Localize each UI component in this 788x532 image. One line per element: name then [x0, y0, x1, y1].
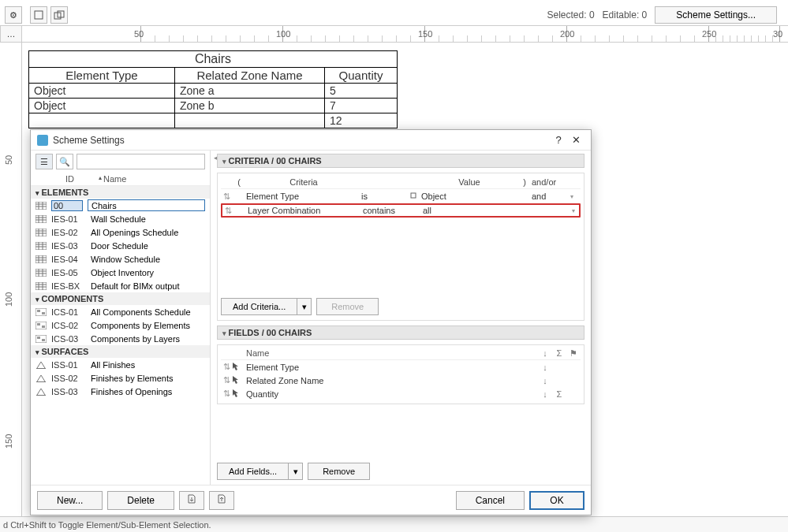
import-icon[interactable]	[179, 491, 204, 510]
ruler-corner[interactable]: …	[0, 25, 22, 43]
svg-rect-39	[37, 310, 40, 312]
drag-handle-icon[interactable]: ⇅	[221, 362, 232, 372]
add-criteria-button[interactable]: Add Criteria...	[221, 298, 297, 315]
scheme-list-item[interactable]: ISS-03	[31, 385, 210, 398]
chevron-down-icon[interactable]: ▾	[568, 207, 579, 214]
svg-rect-13	[35, 229, 47, 236]
scheme-id: ICS-01	[51, 307, 83, 317]
add-criteria-dropdown[interactable]: ▾	[297, 298, 312, 315]
group-surfaces[interactable]: SURFACES	[31, 345, 210, 358]
status-editable: Editable: 0	[603, 9, 648, 20]
statusbar: d Ctrl+Shift to Toggle Element/Sub-Eleme…	[0, 516, 788, 532]
new-button[interactable]: New...	[37, 491, 103, 510]
status-selected: Selected: 0	[547, 9, 595, 20]
add-fields-button[interactable]: Add Fields...	[217, 463, 289, 480]
criteria-section-header[interactable]: CRITERIA / 00 CHAIRS	[217, 154, 584, 168]
field-row[interactable]: ⇅Element Type↓	[221, 360, 581, 374]
scheme-id: IES-03	[51, 241, 83, 251]
criteria-operator: is	[361, 192, 409, 201]
dialog-title: Scheme Settings	[53, 135, 125, 146]
scheme-list-item[interactable]: IES-05	[31, 266, 210, 279]
fields-hdr-name: Name	[246, 348, 538, 358]
scheme-settings-button[interactable]: Scheme Settings...	[655, 6, 777, 24]
delete-button[interactable]: Delete	[107, 491, 174, 510]
criteria-row[interactable]: ⇅Element TypeisObjectand▾	[221, 189, 581, 203]
scheme-id: IES-04	[51, 255, 83, 264]
crit-hdr-open-paren: (	[232, 177, 246, 187]
criteria-row[interactable]: ⇅Layer Combinationcontainsall▾	[221, 203, 581, 218]
scheme-list-item[interactable]: IES-01	[31, 212, 210, 225]
col-hdr-qty: Quantity	[325, 68, 398, 84]
group-elements[interactable]: ELEMENTS	[31, 186, 210, 199]
scheme-list-item[interactable]: IES-03	[31, 239, 210, 252]
scheme-list-item[interactable]: IES-02	[31, 225, 210, 239]
scheme-id: IES-02	[51, 228, 83, 237]
drag-handle-icon[interactable]: ⇅	[222, 206, 233, 216]
select-multi-icon[interactable]	[50, 6, 68, 24]
add-fields-dropdown[interactable]: ▾	[289, 463, 303, 480]
schedule-table: Chairs Element Type Related Zone Name Qu…	[28, 50, 398, 128]
remove-criteria-button[interactable]: Remove	[316, 298, 379, 315]
export-icon[interactable]	[209, 491, 234, 510]
schedule-icon	[35, 334, 47, 343]
schedule-icon	[35, 228, 47, 236]
ok-button[interactable]: OK	[529, 491, 584, 510]
scheme-name	[88, 253, 205, 265]
svg-rect-45	[37, 337, 40, 339]
drag-handle-icon[interactable]: ⇅	[221, 375, 232, 385]
scheme-id: ICS-03	[51, 334, 83, 344]
field-name: Element Type	[246, 363, 538, 372]
svg-rect-48	[36, 381, 46, 382]
svg-rect-43	[42, 326, 45, 328]
col-id[interactable]: ID	[65, 174, 99, 184]
scheme-list-item[interactable]: IES-04	[31, 252, 210, 266]
list-view-icon[interactable]: ☰	[35, 154, 53, 169]
scheme-name[interactable]	[88, 199, 205, 211]
scheme-name	[88, 226, 205, 238]
sort-icon[interactable]: ↓	[538, 363, 552, 372]
sum-icon[interactable]: Σ	[552, 389, 566, 399]
scheme-name	[88, 213, 205, 225]
field-row[interactable]: ⇅Related Zone Name↓	[221, 374, 581, 387]
scheme-list-item[interactable]: IES-BX	[31, 279, 210, 292]
schedule-icon	[35, 360, 47, 369]
criteria-andor: and	[532, 192, 566, 201]
svg-rect-0	[35, 11, 43, 19]
scheme-list-item[interactable]: ICS-03	[31, 332, 210, 345]
scheme-id: ISS-01	[51, 360, 83, 370]
crit-hdr-andor: and/or	[532, 177, 566, 187]
scheme-list-item[interactable]: ISS-02	[31, 371, 210, 385]
svg-rect-42	[37, 323, 40, 326]
scheme-id: IES-BX	[51, 281, 83, 291]
fields-section-header[interactable]: FIELDS / 00 CHAIRS	[217, 326, 584, 340]
schedule-icon	[35, 268, 47, 277]
pointer-icon	[232, 375, 246, 386]
sort-icon[interactable]: ↓	[538, 376, 552, 385]
select-icon[interactable]	[30, 6, 47, 24]
col-name[interactable]: Name	[103, 174, 126, 184]
scheme-list-item[interactable]: ICS-01	[31, 305, 210, 318]
scheme-list-item[interactable]: ISS-01	[31, 358, 210, 371]
svg-rect-47	[36, 368, 46, 369]
scheme-list-item[interactable]: 00	[31, 199, 210, 212]
crit-hdr-close-paren: )	[517, 177, 532, 187]
drag-handle-icon[interactable]: ⇅	[221, 192, 232, 202]
field-row[interactable]: ⇅Quantity↓Σ	[221, 387, 581, 400]
col-hdr-zone: Related Zone Name	[175, 68, 325, 84]
help-button[interactable]: ?	[550, 134, 567, 146]
scheme-id: 00	[51, 200, 83, 211]
drag-handle-icon[interactable]: ⇅	[221, 389, 232, 399]
gear-icon[interactable]: ⚙	[5, 6, 22, 24]
cancel-button[interactable]: Cancel	[456, 491, 525, 510]
field-name: Quantity	[246, 389, 538, 399]
sort-asc-icon[interactable]: ▴	[99, 174, 102, 184]
schedule-icon	[35, 321, 47, 329]
close-button[interactable]: ✕	[567, 134, 584, 146]
group-components[interactable]: COMPONENTS	[31, 292, 210, 305]
search-input[interactable]	[77, 154, 205, 169]
search-icon[interactable]: 🔍	[56, 154, 73, 169]
scheme-list-item[interactable]: ICS-02	[31, 318, 210, 332]
chevron-down-icon[interactable]: ▾	[566, 193, 577, 200]
sort-icon[interactable]: ↓	[538, 389, 552, 399]
remove-field-button[interactable]: Remove	[308, 463, 370, 480]
